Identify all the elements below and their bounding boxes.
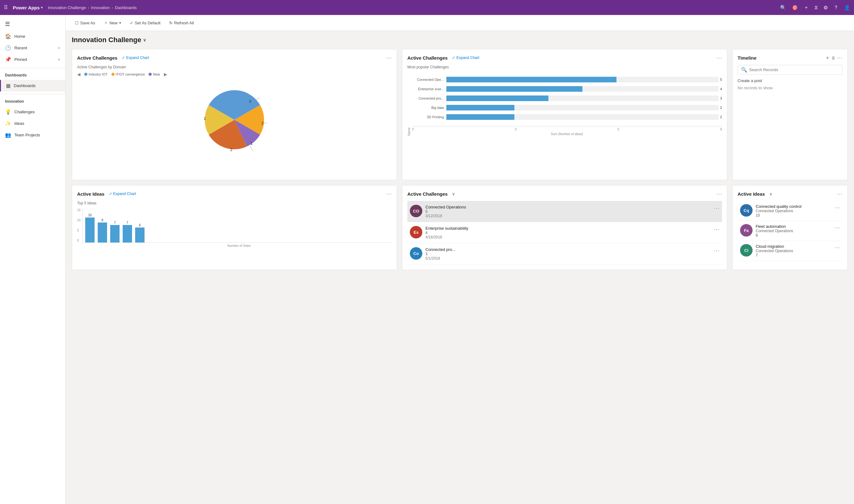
search-icon[interactable]: 🔍 — [780, 5, 786, 11]
team-projects-icon: 👥 — [5, 132, 11, 138]
x-axis-label: Sum (Number of ideas) — [412, 132, 722, 136]
save-as-button[interactable]: ☐ Save As — [72, 19, 98, 27]
idea-avatar-2: Fa — [740, 224, 752, 237]
refresh-icon: ↻ — [169, 21, 173, 25]
pin-icon: 📌 — [5, 56, 11, 62]
idea-more-icon-2[interactable]: ⋯ — [834, 224, 840, 231]
bar-v-2 — [98, 222, 107, 242]
challenge-count-2: 4 — [425, 231, 711, 235]
idea-more-icon-3[interactable]: ⋯ — [834, 244, 840, 251]
timeline-filter-icon[interactable]: ⧖ — [832, 55, 835, 60]
challenge-date-3: 5/1/2018 — [425, 256, 711, 260]
legend-dot-1 — [84, 73, 87, 76]
challenge-more-icon-3[interactable]: ⋯ — [714, 247, 719, 254]
challenges-sort-dropdown[interactable]: ∨ — [452, 192, 455, 196]
pie-label-1: 1 — [250, 141, 252, 146]
idea-more-icon-1[interactable]: ⋯ — [834, 204, 840, 211]
challenge-more-icon-2[interactable]: ⋯ — [714, 226, 719, 233]
expand-chart-button-2[interactable]: ⤢ Expand Chart — [452, 56, 479, 60]
bar-label-4: Big data — [412, 106, 446, 110]
bar-col-5: 6 — [135, 223, 144, 242]
card4-menu-icon[interactable]: ⋯ — [386, 191, 392, 197]
card1-subtitle: Active Challenges by Domain — [77, 65, 392, 69]
challenge-list-item-2[interactable]: Es Enterprise sustainability 4 4/16/2018… — [407, 222, 722, 244]
user-icon[interactable]: 👤 — [844, 5, 850, 11]
sidebar-item-pinned[interactable]: 📌 Pinned ∨ — [0, 54, 65, 65]
legend-prev-icon[interactable]: ◀ — [77, 72, 81, 77]
timeline-menu-icon[interactable]: ⋯ — [837, 54, 842, 61]
active-ideas-chart-card: Active Ideas ⤢ Expand Chart ⋯ Top 5 Idea… — [72, 185, 397, 270]
help-icon[interactable]: ？ — [833, 4, 838, 11]
y-axis-label: Name — [407, 75, 411, 136]
waffle-icon[interactable]: ⠿ — [4, 4, 8, 11]
challenge-more-icon-1[interactable]: ⋯ — [714, 205, 719, 212]
y-axis-label-bottom: Number of Votes — [87, 244, 392, 248]
svg-line-2 — [250, 146, 253, 151]
idea-title-2: Fleet automation — [756, 224, 831, 229]
hamburger-icon[interactable]: ☰ — [0, 17, 65, 31]
chevron-down-icon: ∨ — [58, 46, 60, 50]
vertical-bar-chart: 15 10 5 0 10 8 — [77, 209, 392, 243]
idea-sub-1: Connected Operations — [756, 209, 831, 213]
pie-svg: 3 2 1 2 1 — [197, 83, 272, 157]
sidebar-item-team-projects[interactable]: 👥 Team Projects — [0, 129, 65, 141]
bar-col-2: 8 — [98, 218, 107, 242]
idea-list-item-1[interactable]: Cq Connected quality control Connected O… — [737, 201, 842, 221]
active-ideas-list-card: Active Ideas ∨ ⋯ Cq Connected quality co… — [732, 185, 848, 270]
app-name: Power Apps ▾ — [13, 5, 43, 10]
plus-icon[interactable]: ＋ — [804, 4, 809, 11]
legend-dot-3 — [148, 73, 152, 76]
filter-icon[interactable]: ⧖ — [814, 5, 818, 10]
timeline-empty-message: No records to show. — [737, 86, 842, 90]
sidebar-item-recent[interactable]: 🕐 Recent ∨ — [0, 42, 65, 54]
ideas-list: Cq Connected quality control Connected O… — [737, 201, 842, 261]
bar-value-3: 3 — [720, 96, 722, 100]
set-as-default-button[interactable]: ✓ Set As Default — [127, 19, 163, 27]
pie-chart: 3 2 1 2 1 — [77, 79, 392, 160]
expand-chart-button-4[interactable]: ⤢ Expand Chart — [109, 192, 136, 196]
bar-chart-vertical: 10 8 7 7 — [83, 209, 392, 243]
idea-sub-2: Connected Operations — [756, 229, 831, 233]
timeline-search-box[interactable]: 🔍 — [737, 65, 842, 75]
timeline-search-input[interactable] — [749, 67, 839, 72]
idea-list-item-3[interactable]: Cl Cloud migration Connected Operations … — [737, 241, 842, 261]
challenges-icon: 💡 — [5, 109, 11, 115]
bar-fill-4 — [446, 105, 514, 110]
new-button[interactable]: ＋ New ▾ — [101, 18, 124, 28]
bar-track-4 — [446, 105, 718, 110]
challenge-list-item-3[interactable]: Co Connected pro... 3 5/1/2018 ⋯ — [407, 244, 722, 265]
sidebar-divider-2 — [0, 94, 65, 94]
refresh-all-button[interactable]: ↻ Refresh All — [166, 19, 197, 27]
recent-icon: 🕐 — [5, 45, 11, 51]
bar-track-5 — [446, 114, 718, 120]
challenge-info-2: Enterprise sustainability 4 4/16/2018 — [425, 226, 711, 239]
expand-chart-button-1[interactable]: ⤢ Expand Chart — [122, 56, 149, 60]
bar-row-5: 3D Printing 2 — [412, 114, 722, 120]
card5-header: Active Challenges ∨ ⋯ — [407, 191, 722, 197]
settings-icon[interactable]: ⚙ — [823, 5, 828, 11]
sidebar-section-innovation: Innovation — [0, 97, 65, 106]
card6-menu-icon[interactable]: ⋯ — [837, 191, 842, 197]
timeline-plus-icon[interactable]: ＋ — [825, 55, 830, 61]
challenge-list-item-1[interactable]: CO Connected Operations 5 3/12/2018 ⋯ — [407, 201, 722, 222]
idea-avatar-1: Cq — [740, 204, 752, 217]
idea-list-item-2[interactable]: Fa Fleet automation Connected Operations… — [737, 221, 842, 241]
chevron-down-icon: ∨ — [769, 192, 772, 196]
home-icon: 🏠 — [5, 33, 11, 39]
card5-menu-icon[interactable]: ⋯ — [716, 191, 722, 197]
ideas-icon: ✨ — [5, 121, 11, 126]
ideas-sort-dropdown[interactable]: ∨ — [769, 192, 772, 196]
sidebar-item-ideas[interactable]: ✨ Ideas — [0, 118, 65, 129]
card2-menu-icon[interactable]: ⋯ — [716, 54, 722, 61]
sidebar-item-dashboards[interactable]: ▦ Dashboards — [0, 80, 65, 91]
chevron-down-icon[interactable]: ∨ — [143, 37, 146, 42]
card4-subtitle: Top 5 Ideas — [77, 201, 392, 205]
sidebar-item-challenges[interactable]: 💡 Challenges — [0, 106, 65, 118]
bar-track-3 — [446, 95, 718, 101]
sidebar-item-home[interactable]: 🏠 Home — [0, 31, 65, 42]
card1-menu-icon[interactable]: ⋯ — [386, 54, 392, 61]
active-challenges-pie-card: Active Challenges ⤢ Expand Chart ⋯ Activ… — [72, 49, 397, 180]
legend-next-icon[interactable]: ▶ — [164, 72, 167, 77]
idea-avatar-3: Cl — [740, 244, 752, 256]
target-icon[interactable]: 🎯 — [792, 5, 798, 11]
